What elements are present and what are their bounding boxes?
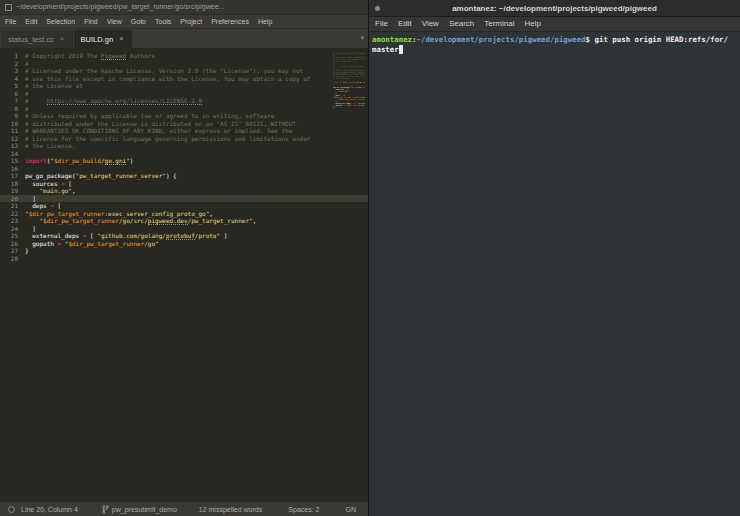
menu-item-help[interactable]: Help: [258, 15, 272, 28]
editor-tabbar: status_test.cc×BUILD.gn× ▾: [0, 29, 368, 48]
code-line-21: 21 deps = [: [0, 202, 368, 210]
code-editor[interactable]: 1# Copyright 2019 The Pigweed Authors2#3…: [0, 48, 368, 501]
tab-overflow-icon[interactable]: ▾: [360, 34, 364, 42]
line-number: 19: [0, 187, 25, 195]
line-number: 5: [0, 82, 25, 90]
cursor-position-status[interactable]: Line 20, Column 4: [21, 506, 78, 513]
line-number: 14: [0, 150, 25, 158]
line-number: 16: [0, 165, 25, 173]
tab-BUILD.gn[interactable]: BUILD.gn×: [74, 30, 132, 48]
syntax-status[interactable]: GN: [346, 506, 357, 513]
menu-item-selection[interactable]: Selection: [46, 15, 75, 28]
line-number: 10: [0, 120, 25, 128]
code-line-22: 22"$dir_pw_target_runner:exec_server_con…: [0, 210, 368, 218]
code-text: #: [25, 105, 368, 113]
line-number: 6: [0, 90, 25, 98]
code-line-5: 5# the License at: [0, 82, 368, 90]
menu-item-goto[interactable]: Goto: [131, 15, 146, 28]
line-number: 7: [0, 97, 25, 105]
code-line-10: 10# distributed under the License is dis…: [0, 120, 368, 128]
line-number: 27: [0, 247, 25, 255]
code-line-11: 11# WARRANTIES OR CONDITIONS OF ANY KIND…: [0, 127, 368, 135]
code-text: import("$dir_pw_build/go.gni"): [25, 157, 368, 165]
prompt-path: ~/development/projects/pigweed/pigweed: [417, 35, 586, 44]
branch-name: pw_presubmit_demo: [112, 506, 177, 513]
line-number: 17: [0, 172, 25, 180]
code-text: }: [25, 247, 368, 255]
code-line-20: 20 ]: [0, 195, 368, 203]
tab-label: BUILD.gn: [81, 35, 114, 44]
code-text: sources = [: [25, 180, 368, 188]
code-line-8: 8#: [0, 105, 368, 113]
code-line-6: 6#: [0, 90, 368, 98]
code-line-9: 9# Unless required by applicable law or …: [0, 112, 368, 120]
window-menu-icon[interactable]: [375, 6, 380, 11]
terminal-titlebar[interactable]: amontanez: ~/development/projects/pigwee…: [369, 0, 740, 17]
menu-item-project[interactable]: Project: [180, 15, 202, 28]
code-text: # distributed under the License is distr…: [25, 120, 368, 128]
code-text: ]: [25, 225, 368, 233]
code-line-19: 19 "main.go",: [0, 187, 368, 195]
line-number: 18: [0, 180, 25, 188]
code-line-23: 23 "$dir_pw_target_runner/go/src/pigweed…: [0, 217, 368, 225]
menu-item-edit[interactable]: Edit: [25, 15, 37, 28]
terminal-window: amontanez: ~/development/projects/pigwee…: [369, 0, 740, 516]
editor-statusbar: Line 20, Column 4 pw_presubmit_demo 12 m…: [0, 501, 368, 516]
terminal-cursor: [399, 45, 404, 54]
line-number: 2: [0, 60, 25, 68]
menu-item-file[interactable]: File: [375, 17, 388, 31]
tab-label: status_test.cc: [8, 35, 54, 44]
line-number: 9: [0, 112, 25, 120]
terminal-menubar: FileEditViewSearchTerminalHelp: [369, 17, 740, 32]
tab-close-icon[interactable]: ×: [60, 35, 65, 43]
code-line-13: 13# the License.: [0, 142, 368, 150]
line-number: 3: [0, 67, 25, 75]
code-text: # the License.: [25, 142, 368, 150]
code-line-17: 17pw_go_package("pw_target_runner_server…: [0, 172, 368, 180]
git-branch-status[interactable]: pw_presubmit_demo: [102, 505, 177, 514]
line-number: 12: [0, 135, 25, 143]
menu-item-file[interactable]: File: [5, 15, 16, 28]
line-number: 11: [0, 127, 25, 135]
prompt-user: amontanez: [372, 35, 412, 44]
code-line-24: 24 ]: [0, 225, 368, 233]
menu-item-view[interactable]: View: [107, 15, 122, 28]
minimap[interactable]: # Copyright 2019 The Pigweed Authors## L…: [333, 52, 365, 111]
line-number: 4: [0, 75, 25, 83]
spellcheck-status[interactable]: 12 misspelled words: [199, 506, 262, 513]
terminal-wrapped-line: master: [372, 45, 738, 55]
editor-menubar: FileEditSelectionFindViewGotoToolsProjec…: [0, 15, 368, 29]
menu-item-preferences[interactable]: Preferences: [211, 15, 249, 28]
menu-item-edit[interactable]: Edit: [398, 17, 412, 31]
code-line-25: 25 external_deps = [ "github.com/golang/…: [0, 232, 368, 240]
menu-item-tools[interactable]: Tools: [155, 15, 171, 28]
code-text: external_deps = [ "github.com/golang/pro…: [25, 232, 368, 240]
code-text: [25, 165, 368, 173]
code-line-1: 1# Copyright 2019 The Pigweed Authors: [0, 52, 368, 60]
tab-close-icon[interactable]: ×: [119, 35, 124, 43]
line-number: 25: [0, 232, 25, 240]
code-lines: 1# Copyright 2019 The Pigweed Authors2#3…: [0, 52, 368, 262]
code-text: pw_go_package("pw_target_runner_server")…: [25, 172, 368, 180]
terminal-screen[interactable]: amontanez:~/development/projects/pigweed…: [369, 32, 740, 516]
status-indicator-icon: [8, 506, 15, 513]
editor-window-title: ~/development/projects/pigweed/pw_target…: [16, 0, 224, 14]
code-text: # the License at: [25, 82, 368, 90]
line-number: 22: [0, 210, 25, 218]
code-text: # WARRANTIES OR CONDITIONS OF ANY KIND, …: [25, 127, 368, 135]
code-line-7: 7# https://www.apache.org/licenses/LICEN…: [0, 97, 368, 105]
menu-item-help[interactable]: Help: [524, 17, 540, 31]
indentation-status[interactable]: Spaces: 2: [288, 506, 319, 513]
code-text: [25, 150, 368, 158]
menu-item-find[interactable]: Find: [84, 15, 98, 28]
menu-item-search[interactable]: Search: [449, 17, 474, 31]
code-text: deps = [: [25, 202, 368, 210]
line-number: 28: [0, 255, 25, 263]
menu-item-terminal[interactable]: Terminal: [484, 17, 514, 31]
code-text: "$dir_pw_target_runner/go/src/pigweed.de…: [25, 217, 368, 225]
menu-item-view[interactable]: View: [422, 17, 439, 31]
tab-status_test.cc[interactable]: status_test.cc×: [1, 30, 73, 48]
editor-titlebar[interactable]: ~/development/projects/pigweed/pw_target…: [0, 0, 368, 15]
line-number: 8: [0, 105, 25, 113]
code-text: # Copyright 2019 The Pigweed Authors: [25, 52, 368, 60]
